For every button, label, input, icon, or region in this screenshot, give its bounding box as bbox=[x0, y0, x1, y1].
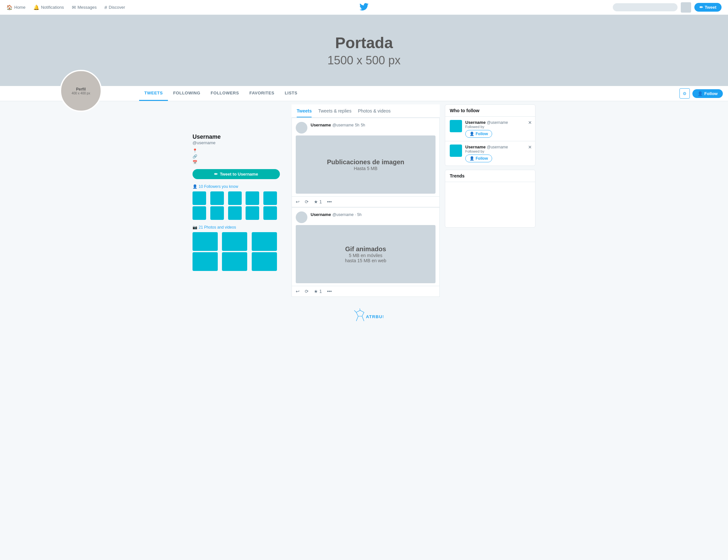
follower-thumb[interactable] bbox=[193, 192, 206, 205]
avatar-size: 400 x 400 px bbox=[72, 92, 90, 95]
gear-button[interactable]: ⚙ bbox=[679, 88, 690, 99]
photo-thumb[interactable] bbox=[222, 252, 247, 271]
user-meta: 📍 🔗 📅 bbox=[193, 148, 280, 165]
photos-link[interactable]: 21 Photos and videos bbox=[199, 225, 236, 230]
photos-section: 📷 21 Photos and videos bbox=[193, 225, 280, 271]
more-button-1[interactable]: ••• bbox=[327, 199, 332, 204]
nav-discover[interactable]: # Discover bbox=[105, 5, 125, 10]
twitter-logo bbox=[359, 2, 369, 13]
follower-thumb[interactable] bbox=[246, 192, 259, 205]
tweet-tab-replies[interactable]: Tweets & replies bbox=[318, 108, 351, 117]
avatar-label: Perfil bbox=[76, 87, 86, 92]
follow-button-main[interactable]: 👤 Follow bbox=[692, 89, 723, 98]
svg-line-2 bbox=[362, 316, 364, 321]
nav-discover-label: Discover bbox=[109, 5, 125, 10]
tweet-user-info-2: Username @username · 5h bbox=[311, 212, 436, 217]
tweet-tabs: Tweets Tweets & replies Photos & videos bbox=[292, 104, 440, 118]
right-column: Who to follow Username @username Followe… bbox=[445, 104, 535, 297]
page-wrapper: TWEETS FOLLOWING FOLLOWERS FAVORITES LIS… bbox=[0, 86, 728, 334]
tweet-actions-2: ↩ ⟳ ★ 1 ••• bbox=[292, 286, 439, 296]
follow-suggestion-btn-1[interactable]: 👤 Follow bbox=[465, 130, 492, 138]
user-avatar[interactable] bbox=[681, 2, 691, 13]
tweet-card-1: Username @username 5h 5h Publicaciones d… bbox=[292, 118, 440, 207]
photos-label: 📷 21 Photos and videos bbox=[193, 225, 280, 230]
search-input[interactable] bbox=[613, 3, 678, 11]
tab-lists[interactable]: LISTS bbox=[280, 86, 303, 101]
tweet-card-2: Username @username · 5h Gif animados 5 M… bbox=[292, 207, 440, 297]
followers-link[interactable]: 10 Followers you know bbox=[199, 184, 238, 189]
follow-icon: 👤 bbox=[698, 91, 703, 96]
profile-tabs: TWEETS FOLLOWING FOLLOWERS FAVORITES LIS… bbox=[139, 86, 303, 101]
nav-notifications-label: Notifications bbox=[41, 5, 64, 10]
follow-suggestion-1: Username @username Followed by 👤 Follow … bbox=[445, 117, 535, 141]
tweet-edit-icon: ✏ bbox=[214, 172, 218, 177]
photo-thumb[interactable] bbox=[193, 252, 218, 271]
gear-icon: ⚙ bbox=[683, 91, 687, 96]
retweet-button-1[interactable]: ⟳ bbox=[305, 199, 309, 204]
like-icon-1: ★ 1 bbox=[314, 199, 322, 204]
tab-following[interactable]: FOLLOWING bbox=[168, 86, 205, 101]
tweet-time-1: 5h bbox=[355, 123, 359, 127]
photo-thumb[interactable] bbox=[222, 232, 247, 251]
follower-thumb[interactable] bbox=[210, 192, 224, 205]
suggestion-followed-2: Followed by bbox=[465, 149, 531, 153]
tweet-username-1: Username bbox=[311, 123, 331, 127]
tweet-time-2: · 5h bbox=[355, 213, 361, 217]
suggestion-handle-1: @username bbox=[487, 120, 508, 125]
svg-marker-0 bbox=[356, 310, 364, 316]
link-meta: 🔗 bbox=[193, 154, 280, 159]
cover-subtitle: 1500 x 500 px bbox=[327, 54, 401, 67]
tweet-tab-tweets[interactable]: Tweets bbox=[297, 108, 312, 117]
tab-tweets[interactable]: TWEETS bbox=[139, 86, 168, 101]
media-title-1: Publicaciones de imagen bbox=[327, 159, 404, 166]
trends-header: Trends bbox=[445, 170, 535, 182]
tweet-actions-1: ↩ ⟳ ★ 1 ••• bbox=[292, 196, 439, 207]
followers-label: 👤 10 Followers you know bbox=[193, 184, 280, 189]
reply-button-1[interactable]: ↩ bbox=[296, 199, 300, 204]
nav-home-label: Home bbox=[14, 5, 26, 10]
follower-thumb[interactable] bbox=[210, 206, 224, 220]
tweet-to-button[interactable]: ✏ Tweet to Username bbox=[193, 169, 280, 179]
nav-right: ✏ Tweet bbox=[613, 2, 722, 13]
suggestion-followed-1: Followed by bbox=[465, 125, 531, 129]
follower-thumb[interactable] bbox=[246, 206, 259, 220]
user-handle: @username bbox=[193, 140, 280, 145]
retweet-button-2[interactable]: ⟳ bbox=[305, 289, 309, 294]
nav-home[interactable]: 🏠 Home bbox=[6, 5, 26, 10]
like-button-2[interactable]: ★ 1 bbox=[314, 289, 322, 294]
follow-suggestion-btn-2[interactable]: 👤 Follow bbox=[465, 155, 492, 162]
close-suggestion-1[interactable]: ✕ bbox=[528, 120, 532, 125]
nav-notifications[interactable]: 🔔 Notifications bbox=[33, 5, 64, 10]
nav-messages[interactable]: ✉ Messages bbox=[72, 5, 97, 10]
tab-favorites[interactable]: FAVORITES bbox=[244, 86, 280, 101]
follow-suggestion-2: Username @username Followed by 👤 Follow … bbox=[445, 141, 535, 166]
media-sub-2b: hasta 15 MB en web bbox=[345, 258, 386, 263]
more-button-2[interactable]: ••• bbox=[327, 289, 332, 294]
follower-thumb[interactable] bbox=[263, 206, 277, 220]
like-button-1[interactable]: ★ 1 bbox=[314, 199, 322, 204]
tweet-button[interactable]: ✏ Tweet bbox=[694, 3, 722, 12]
followers-grid bbox=[193, 192, 280, 220]
suggestion-avatar-1 bbox=[450, 120, 462, 132]
trends-content bbox=[445, 182, 535, 227]
photo-thumb[interactable] bbox=[252, 252, 277, 271]
cover-area: Portada 1500 x 500 px Perfil 400 x 400 p… bbox=[0, 15, 728, 86]
suggestion-avatar-2 bbox=[450, 145, 462, 157]
camera-icon: 📷 bbox=[193, 225, 197, 230]
suggestion-handle-2: @username bbox=[487, 145, 508, 149]
photo-thumb[interactable] bbox=[252, 232, 277, 251]
mail-icon: ✉ bbox=[72, 5, 76, 10]
photos-grid bbox=[193, 232, 280, 271]
tweet-tab-photos[interactable]: Photos & videos bbox=[358, 108, 391, 117]
follower-thumb[interactable] bbox=[228, 192, 242, 205]
follower-thumb[interactable] bbox=[193, 206, 206, 220]
reply-button-2[interactable]: ↩ bbox=[296, 289, 300, 294]
tab-followers[interactable]: FOLLOWERS bbox=[205, 86, 244, 101]
retweet-icon-1: ⟳ bbox=[305, 199, 309, 204]
follower-thumb[interactable] bbox=[263, 192, 277, 205]
close-suggestion-2[interactable]: ✕ bbox=[528, 145, 532, 150]
photo-thumb[interactable] bbox=[193, 232, 218, 251]
suggestion-info-2: Username @username Followed by 👤 Follow bbox=[465, 145, 531, 162]
tweet-media-2: Gif animados 5 MB en móviles hasta 15 MB… bbox=[296, 225, 436, 283]
follower-thumb[interactable] bbox=[228, 206, 242, 220]
